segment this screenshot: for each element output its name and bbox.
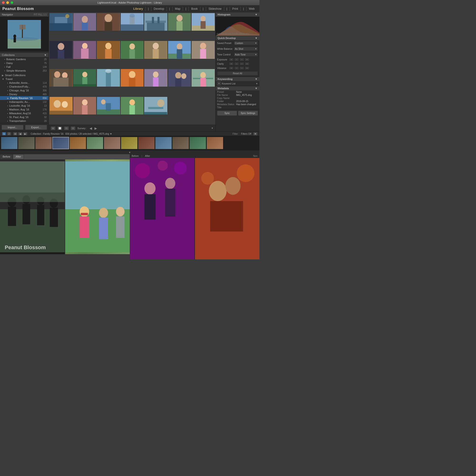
photo-cell[interactable] [168, 13, 191, 31]
vibrance-inc1[interactable]: › [239, 67, 244, 70]
travel-asheville[interactable]: ▪ Asheville; Anniv... 114 [0, 81, 49, 85]
metadata-header[interactable]: Metadata ▼ [216, 86, 259, 90]
photo-cell[interactable] [97, 13, 120, 31]
vibrance-inc2[interactable]: » [245, 67, 249, 70]
nav-book[interactable]: Book [189, 7, 200, 11]
compare-view-btn[interactable]: ⊡ [64, 126, 69, 130]
fs-thumb-9[interactable] [138, 137, 155, 149]
reset-all-button[interactable]: Reset All [217, 71, 258, 76]
fs-thumb-12[interactable] [189, 137, 206, 149]
travel-milwaukee[interactable]: ▪ Milwaukee; Aug'16 415 [0, 111, 49, 115]
filmstrip-grid-btn[interactable]: ⊞ [13, 132, 17, 136]
travel-transportation[interactable]: ▪ Transportation 20 [0, 119, 49, 123]
nav-map[interactable]: Map [172, 7, 183, 11]
filmstrip-next-btn[interactable]: ▶ [23, 132, 27, 136]
photo-cell[interactable] [192, 13, 215, 31]
photo-cell[interactable] [97, 97, 120, 115]
import-button[interactable]: Import... [1, 125, 24, 130]
filter-value[interactable]: Filters Off [241, 133, 251, 135]
photo-cell[interactable] [121, 97, 144, 115]
photo-cell[interactable] [97, 69, 120, 87]
sync-button[interactable]: Sync [217, 111, 237, 116]
sync-settings-button[interactable]: Sync Settings [238, 111, 258, 116]
photo-cell[interactable] [144, 13, 167, 31]
filmstrip-prev-btn[interactable]: ◀ [18, 132, 22, 136]
grid-expand[interactable]: ▼ [211, 127, 214, 130]
photo-cell[interactable] [168, 41, 191, 59]
clarity-inc2[interactable]: » [245, 62, 249, 66]
photo-cell[interactable] [50, 41, 73, 59]
photo-cell[interactable] [144, 97, 167, 115]
photo-cell[interactable] [97, 41, 120, 59]
smart-collections-item[interactable]: ▶ Smart Collections [0, 73, 49, 77]
fs-thumb-10[interactable] [155, 137, 172, 149]
histogram-header[interactable]: Histogram ▼ [216, 12, 259, 17]
exposure-dec2[interactable]: « [229, 58, 234, 61]
photo-cell[interactable] [192, 69, 215, 87]
grid-view-btn[interactable]: ⊞ [51, 126, 55, 130]
photo-cell[interactable] [121, 41, 144, 59]
collections-header[interactable]: Collections ▼ [0, 53, 49, 57]
nav-web[interactable]: Web [247, 7, 257, 11]
photo-cell[interactable] [121, 13, 144, 31]
photo-cell[interactable] [73, 13, 96, 31]
nav-develop[interactable]: Develop [151, 7, 167, 11]
travel-family-reunion[interactable]: ▶ Family Reunion '16 656 [0, 96, 49, 100]
collection-simple[interactable]: ▪ Simple Moments 253 [0, 69, 49, 73]
collection-daisy[interactable]: ▪ Daisy 75 [0, 61, 49, 65]
clarity-inc1[interactable]: › [239, 62, 244, 66]
loupe-view-btn[interactable]: ⬜ [57, 126, 62, 130]
fs-thumb-4[interactable] [52, 137, 69, 149]
exposure-inc1[interactable]: › [239, 58, 244, 61]
clarity-dec1[interactable]: ‹ [234, 62, 239, 66]
nav-slideshow[interactable]: Slideshow [206, 7, 224, 11]
fs-thumb-13[interactable] [206, 137, 223, 149]
nav-library[interactable]: Library [131, 7, 146, 11]
photo-cell[interactable] [73, 97, 96, 115]
window-controls[interactable] [2, 1, 13, 4]
maximize-button[interactable] [11, 1, 13, 4]
travel-madison[interactable]: ▪ Madison; Aug '16 176 [0, 108, 49, 111]
fs-thumb-7[interactable] [104, 137, 120, 149]
photo-cell[interactable] [50, 69, 73, 87]
filmstrip-collapse[interactable]: ▼ [0, 151, 259, 154]
fs-thumb-11[interactable] [172, 137, 189, 149]
filter-dropdown[interactable]: ▼ [253, 132, 257, 136]
close-button[interactable] [2, 1, 5, 4]
preset-value[interactable]: None [236, 91, 258, 93]
white-balance-control[interactable]: As Shot ▼ [234, 47, 258, 51]
saved-preset-control[interactable]: Custom ▼ [234, 41, 258, 45]
quick-develop-header[interactable]: Quick Develop ▼ [216, 36, 259, 40]
collection-fall[interactable]: ▪ Fall 139 [0, 65, 49, 69]
tone-control[interactable]: Auto Tone ▼ [234, 52, 258, 57]
fs-thumb-1[interactable] [1, 137, 17, 149]
filmstrip-page2[interactable]: 2 [7, 132, 11, 136]
travel-disney[interactable]: ▪ Disney 465 [0, 92, 49, 96]
before-tab[interactable]: Before [0, 154, 13, 159]
travel-chicago[interactable]: ▪ Chicago; Aug '16 306 [0, 88, 49, 92]
photo-cell[interactable] [50, 97, 73, 115]
minimize-button[interactable] [6, 1, 9, 4]
fs-thumb-8[interactable] [121, 137, 137, 149]
fs-thumb-2[interactable] [18, 137, 35, 149]
next-arrow[interactable]: ▶ [94, 126, 98, 130]
fs-thumb-3[interactable] [35, 137, 52, 149]
photo-cell[interactable] [50, 13, 73, 31]
vibrance-dec2[interactable]: « [229, 67, 234, 70]
photo-cell[interactable] [73, 69, 96, 87]
collection-botanic[interactable]: ▪ Botanic Gardens 25 [0, 57, 49, 61]
exposure-inc2[interactable]: » [245, 58, 249, 61]
nav-print[interactable]: Print [230, 7, 241, 11]
photo-cell[interactable] [192, 41, 215, 59]
travel-stpaul[interactable]: ▪ St. Paul; Aug '16 32 [0, 115, 49, 119]
after-tab[interactable]: After [13, 154, 24, 159]
travel-louisville[interactable]: ▪ Louisville; Aug '16 13 [0, 104, 49, 108]
add-keyword-button[interactable]: + [217, 82, 221, 85]
export-button[interactable]: Export... [25, 125, 47, 130]
travel-indianapolis[interactable]: ▪ Indianapolis; Au... 132 [0, 100, 49, 104]
photo-cell[interactable] [73, 41, 96, 59]
photo-cell[interactable] [144, 69, 167, 87]
filmstrip-page1[interactable]: 1 [2, 132, 6, 136]
exposure-dec1[interactable]: ‹ [234, 58, 239, 61]
keywording-header[interactable]: Keywording ▼ [216, 77, 259, 81]
